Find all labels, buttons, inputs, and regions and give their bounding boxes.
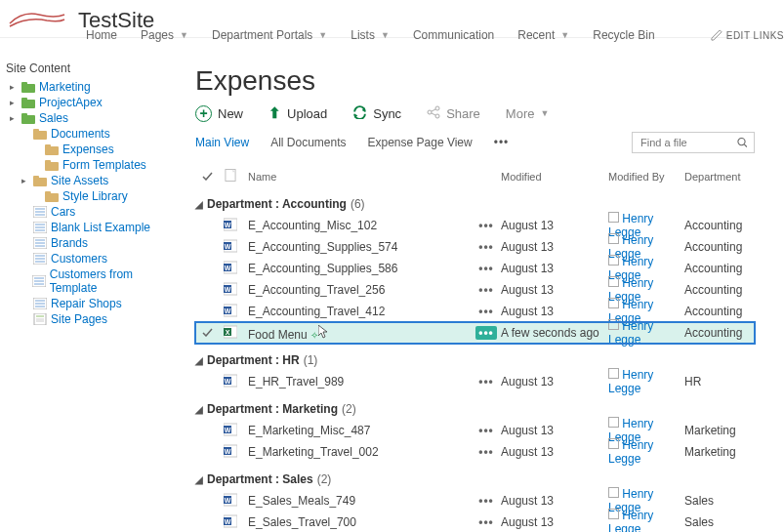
list-icon	[33, 237, 47, 249]
file-name[interactable]: E_HR_Travel_989	[242, 375, 472, 389]
folder-green-icon	[21, 81, 35, 93]
topnav-label: Pages	[141, 28, 174, 42]
row-checkbox[interactable]	[195, 326, 219, 340]
tree-item-repair-shops[interactable]: Repair Shops	[6, 296, 162, 311]
sync-button[interactable]: Sync	[352, 104, 401, 122]
tree-item-expenses[interactable]: Expenses	[6, 142, 162, 157]
view-expense-page[interactable]: Expense Page View	[368, 136, 473, 149]
file-name[interactable]: E_Sales_Travel_700	[242, 515, 472, 529]
view-main[interactable]: Main View	[195, 136, 249, 149]
file-name[interactable]: E_Accounting_Travel_412	[242, 305, 472, 318]
group-count: (2)	[342, 402, 356, 416]
file-name[interactable]: E_Accounting_Supplies_586	[242, 262, 472, 275]
edit-links-button[interactable]: EDIT LINKS	[711, 26, 784, 44]
more-label: More	[506, 106, 535, 121]
tree-item-marketing[interactable]: ▸Marketing	[6, 79, 162, 95]
file-name[interactable]: E_Marketing_Travel_002	[242, 445, 472, 459]
col-name[interactable]: Name	[242, 171, 472, 183]
row-menu-button[interactable]: •••	[478, 283, 494, 297]
tree-label: Cars	[51, 205, 75, 219]
view-all-documents[interactable]: All Documents	[270, 136, 346, 149]
table-row[interactable]: E_Sales_Travel_700•••August 13 Henry Leg…	[195, 512, 755, 532]
row-menu-button[interactable]: •••	[478, 262, 494, 275]
department-value: Sales	[684, 515, 755, 529]
topnav-recycle-bin[interactable]: Recycle Bin	[583, 26, 664, 44]
file-name[interactable]: E_Marketing_Misc_487	[242, 424, 472, 437]
expand-caret-icon[interactable]: ▸	[10, 113, 18, 123]
col-modified[interactable]: Modified	[501, 171, 608, 183]
tree-item-documents[interactable]: Documents	[6, 126, 162, 142]
topnav-label: Lists	[351, 28, 375, 42]
row-menu-button[interactable]: •••	[478, 515, 494, 529]
file-name[interactable]: E_Accounting_Travel_256	[242, 283, 472, 297]
topnav-department-portals[interactable]: Department Portals▼	[202, 26, 337, 44]
view-more-button[interactable]: •••	[494, 136, 510, 149]
modified-date: A few seconds ago	[501, 326, 608, 340]
tree-item-style-library[interactable]: Style Library	[6, 188, 162, 204]
department-value: Accounting	[684, 219, 755, 232]
file-type-icon	[219, 304, 242, 320]
presence-icon	[608, 298, 619, 308]
table-row[interactable]: E_Marketing_Travel_002•••August 13 Henry…	[195, 441, 755, 463]
row-menu-button[interactable]: •••	[478, 445, 494, 459]
tree-item-site-pages[interactable]: Site Pages	[6, 311, 162, 327]
topnav-recent[interactable]: Recent▼	[508, 26, 579, 44]
topnav-lists[interactable]: Lists▼	[341, 26, 399, 44]
table-row[interactable]: Food Menu ✧•••A few seconds ago Henry Le…	[195, 322, 755, 344]
tree-label: Form Templates	[62, 158, 146, 172]
row-menu-button[interactable]: •••	[478, 494, 494, 508]
new-button[interactable]: + New	[195, 105, 243, 122]
upload-button[interactable]: ⬆ Upload	[268, 104, 327, 122]
file-name[interactable]: Food Menu ✧	[242, 325, 472, 342]
sidebar: Site Content ▸Marketing▸ProjectApex▸Sale…	[0, 52, 166, 532]
table-header: Name Modified Modified By Department	[195, 167, 755, 187]
modified-date: August 13	[501, 283, 608, 297]
site-tree: ▸Marketing▸ProjectApex▸SalesDocumentsExp…	[6, 79, 162, 327]
expand-caret-icon[interactable]: ▸	[10, 98, 18, 107]
tree-item-projectapex[interactable]: ▸ProjectApex	[6, 95, 162, 110]
file-name[interactable]: E_Accounting_Misc_102	[242, 219, 472, 232]
topnav-label: Communication	[413, 28, 494, 42]
col-modified-by[interactable]: Modified By	[608, 171, 684, 183]
tree-item-customers-from-template[interactable]: Customers from Template	[6, 266, 162, 296]
new-indicator-icon: ✧	[310, 330, 318, 341]
group-count: (2)	[317, 472, 332, 486]
search-input[interactable]	[639, 136, 737, 149]
col-department[interactable]: Department	[684, 171, 755, 183]
more-button[interactable]: More ▼	[506, 106, 550, 121]
row-menu-button[interactable]: •••	[475, 326, 497, 340]
presence-icon	[608, 509, 619, 519]
tree-item-form-templates[interactable]: Form Templates	[6, 157, 162, 173]
presence-icon	[608, 276, 619, 287]
tree-item-cars[interactable]: Cars	[6, 204, 162, 220]
share-button[interactable]: Share	[427, 105, 480, 122]
topnav-communication[interactable]: Communication	[403, 26, 504, 44]
expand-caret-icon[interactable]: ▸	[10, 82, 18, 92]
modified-date: August 13	[501, 445, 608, 459]
tree-item-blank-list-example[interactable]: Blank List Example	[6, 220, 162, 235]
row-menu-button[interactable]: •••	[478, 219, 494, 232]
file-name[interactable]: E_Accounting_Supplies_574	[242, 240, 472, 254]
row-menu-button[interactable]: •••	[478, 424, 494, 437]
toolbar: + New ⬆ Upload Sync Share More ▼	[195, 104, 755, 122]
topnav-label: Recycle Bin	[593, 28, 654, 42]
search-box[interactable]	[632, 132, 755, 153]
expand-caret-icon[interactable]: ▸	[21, 176, 29, 185]
site-logo[interactable]	[8, 9, 66, 32]
tree-label: Documents	[51, 127, 110, 141]
tree-item-customers[interactable]: Customers	[6, 251, 162, 266]
file-name[interactable]: E_Sales_Meals_749	[242, 494, 472, 508]
department-value: HR	[684, 375, 755, 389]
topnav-home[interactable]: Home	[76, 26, 127, 44]
tree-item-brands[interactable]: Brands	[6, 235, 162, 251]
col-select-all[interactable]	[195, 171, 219, 183]
table-row[interactable]: E_HR_Travel_989•••August 13 Henry LeggeH…	[195, 371, 755, 392]
folder-green-icon	[21, 97, 35, 108]
row-menu-button[interactable]: •••	[478, 240, 494, 254]
row-menu-button[interactable]: •••	[478, 375, 494, 389]
department-value: Accounting	[684, 283, 755, 297]
row-menu-button[interactable]: •••	[478, 305, 494, 318]
tree-item-sales[interactable]: ▸Sales	[6, 110, 162, 126]
topnav-pages[interactable]: Pages▼	[131, 26, 198, 44]
tree-item-site-assets[interactable]: ▸Site Assets	[6, 173, 162, 188]
